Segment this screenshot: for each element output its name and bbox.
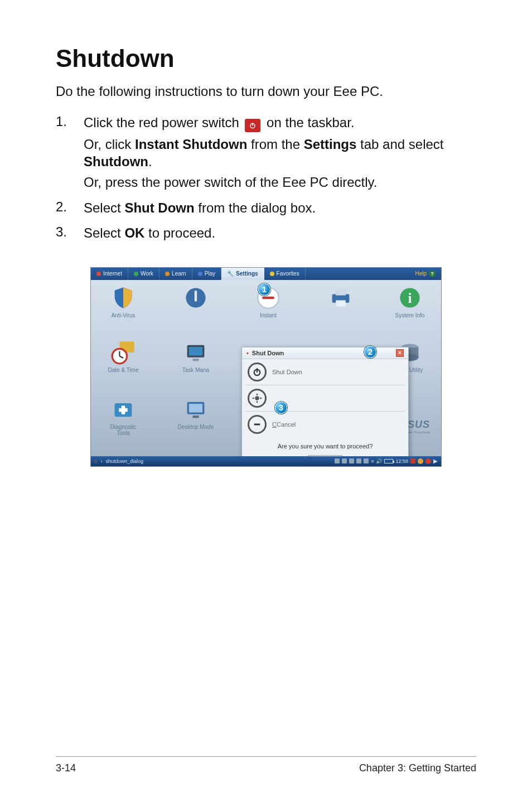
text: Or, click (84, 137, 135, 152)
step-3: 3. Select OK to proceed. (56, 224, 476, 245)
icon-label: System Info (395, 312, 425, 318)
menu-item-cancel[interactable]: CCancel (242, 412, 408, 437)
close-button[interactable]: × (396, 349, 404, 357)
icon-desktop-mode[interactable]: Desktop Mode (168, 397, 224, 430)
dialog-titlebar: • Shut Down × (242, 347, 408, 359)
svg-rect-16 (189, 347, 202, 355)
tab-internet[interactable]: Internet (91, 268, 128, 280)
text: from the (247, 137, 303, 152)
tray-power-icon[interactable] (425, 458, 431, 464)
menu-item-gear[interactable] (242, 385, 408, 411)
svg-rect-36 (254, 423, 260, 425)
svg-rect-17 (193, 359, 199, 361)
step-1-line-1: Click the red power switch on the taskba… (84, 114, 476, 132)
icon-label: Desktop Mode (178, 424, 214, 430)
os-screenshot: Internet Work Learn Play 🔧Settings Favor… (90, 267, 442, 467)
tab-label: Favorites (277, 270, 299, 277)
gear-icon (248, 389, 267, 408)
menu-label: Shut Down (272, 369, 302, 375)
medkit-icon (111, 397, 136, 422)
icon-generic-1[interactable] (168, 286, 224, 318)
help-link[interactable]: Help? (409, 268, 441, 280)
icon-antivirus[interactable]: Anti-Virus (95, 286, 151, 318)
icon-diagnostic-tools[interactable]: DiagnosticTools (95, 397, 151, 436)
callout-3: 3 (275, 402, 287, 414)
icon-printer[interactable] (313, 286, 369, 318)
text: from the dialog box. (195, 200, 316, 215)
shutdown-dialog: • Shut Down × Shut Down CCancel (241, 347, 409, 467)
tray-battery-icon[interactable] (384, 459, 393, 463)
step-1-line-2: Or, click Instant Shutdown from the Sett… (84, 136, 476, 170)
tab-favorites[interactable]: Favorites (264, 268, 306, 280)
svg-rect-5 (262, 297, 274, 299)
tab-learn[interactable]: Learn (159, 268, 192, 280)
learn-icon (165, 272, 170, 276)
text: Select (84, 200, 124, 215)
step-1-line-3: Or, press the power switch of the Eee PC… (84, 173, 476, 191)
tray-clipboard-icon[interactable] (364, 458, 369, 463)
svg-text:i: i (408, 291, 412, 306)
tray-expand-icon[interactable]: ▶ (433, 458, 438, 464)
tab-play[interactable]: Play (192, 268, 221, 280)
step-2: 2. Select Shut Down from the dialog box. (56, 199, 476, 220)
desktop-icon (183, 397, 208, 422)
svg-rect-26 (193, 416, 199, 418)
tab-settings[interactable]: 🔧Settings (221, 268, 264, 280)
menu-label (272, 395, 274, 402)
icon-label: DiagnosticTools (110, 424, 137, 436)
svg-point-31 (255, 396, 259, 400)
callout-1: 1 (258, 283, 270, 296)
tab-work[interactable]: Work (128, 268, 159, 280)
desktop-area: Anti-Virus Instant i System Info D (91, 280, 441, 456)
tray-keyboard-icon[interactable] (342, 458, 347, 463)
callout-2: 2 (364, 346, 376, 358)
svg-rect-3 (195, 291, 197, 302)
bold: Shutdown (84, 154, 148, 169)
help-icon: ? (429, 270, 436, 277)
taskbar-app[interactable]: shutdown_dialog (105, 458, 143, 464)
tab-label: Help (415, 270, 427, 277)
icon-task-manager[interactable]: Task Mana (168, 340, 224, 373)
tab-label: Work (141, 270, 153, 277)
tray-display-icon[interactable] (356, 458, 361, 463)
icon-system-info[interactable]: i System Info (382, 286, 438, 318)
text: to proceed. (144, 225, 215, 240)
tab-label: Learn (172, 270, 186, 277)
step-body: Select OK to proceed. (84, 224, 476, 245)
clock-calendar-icon (111, 340, 136, 365)
star-icon (270, 272, 274, 276)
tray-lock-icon[interactable] (418, 458, 423, 464)
home-icon[interactable]: ⌂ (94, 458, 97, 464)
icon-label: Anti-Virus (111, 312, 135, 318)
step-2-line: Select Shut Down from the dialog box. (84, 199, 476, 216)
tray-caps-icon[interactable] (410, 458, 415, 463)
chapter-label: Chapter 3: Getting Started (359, 762, 476, 774)
icon-date-time[interactable]: Date & Time (95, 340, 151, 373)
tab-label: Play (205, 270, 215, 277)
menu-item-shutdown[interactable]: Shut Down (242, 359, 408, 385)
tray-usb-icon[interactable] (349, 458, 354, 463)
text: . (148, 154, 152, 169)
svg-rect-7 (336, 289, 346, 296)
tray-volume-icon[interactable]: 🔊 (376, 458, 382, 464)
icon-label (195, 312, 197, 318)
text: on the taskbar. (267, 115, 354, 130)
taskbar-separator: › (100, 458, 102, 464)
icon-label (340, 312, 342, 318)
svg-rect-8 (336, 300, 346, 306)
icon-label: Task Mana (182, 367, 209, 373)
page-footer: 3-14 Chapter 3: Getting Started (56, 756, 476, 774)
tray-clock[interactable]: 12:58 (395, 458, 408, 464)
tab-label: Internet (103, 270, 122, 277)
top-tabbar: Internet Work Learn Play 🔧Settings Favor… (91, 268, 441, 280)
text: tab and select (356, 137, 443, 152)
icon-label: Instant (260, 312, 277, 318)
tray-wifi-icon[interactable] (335, 458, 340, 463)
step-body: Click the red power switch on the taskba… (84, 114, 476, 195)
bold: Shut Down (124, 200, 194, 215)
bullet-icon: • (246, 350, 249, 356)
info-icon: i (398, 286, 422, 310)
bold: Instant Shutdown (135, 137, 247, 152)
step-1: 1. Click the red power switch on the tas… (56, 114, 476, 195)
step-number: 3. (56, 224, 84, 245)
